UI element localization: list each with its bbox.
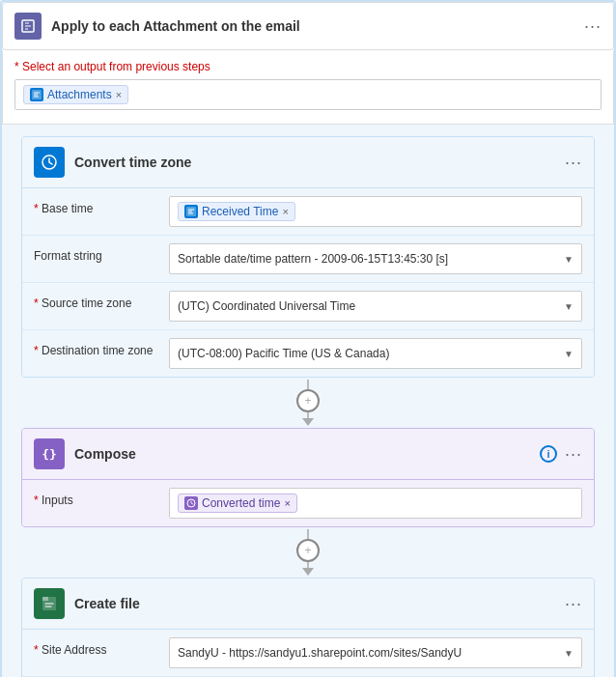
attachments-token-close[interactable]: × xyxy=(116,89,122,100)
received-time-icon xyxy=(184,205,198,218)
site-address-arrow: ▼ xyxy=(556,643,581,663)
connector-1: + xyxy=(2,378,614,428)
site-address-value: SandyU - https://sandyu1.sharepoint.com/… xyxy=(169,637,582,668)
format-string-input[interactable]: Sortable date/time pattern - 2009-06-15T… xyxy=(169,243,582,274)
apply-each-icon xyxy=(14,13,42,40)
source-timezone-row: * Source time zone (UTC) Coordinated Uni… xyxy=(22,283,594,330)
compose-card-header: {} Compose i ··· xyxy=(22,429,594,480)
inputs-label: * Inputs xyxy=(34,488,169,507)
connector-plus-icon-1: + xyxy=(304,394,311,408)
format-string-arrow: ▼ xyxy=(556,249,581,269)
compose-card-wrapper: {} Compose i ··· * Inputs xyxy=(2,428,614,527)
base-time-value: Received Time × xyxy=(169,196,582,227)
create-card-header: Create file ··· xyxy=(22,578,594,630)
dest-timezone-input[interactable]: (UTC-08:00) Pacific Time (US & Canada) ▼ xyxy=(169,338,582,369)
apply-each-menu[interactable]: ··· xyxy=(584,16,602,37)
source-timezone-arrow: ▼ xyxy=(556,296,581,317)
source-timezone-label: * Source time zone xyxy=(34,291,169,310)
converted-time-icon xyxy=(184,496,198,510)
convert-card-icon xyxy=(34,147,65,178)
converted-time-close[interactable]: × xyxy=(284,497,290,509)
dest-timezone-row: * Destination time zone (UTC-08:00) Paci… xyxy=(22,330,594,377)
create-card-wrapper: Create file ··· * Site Address SandyU - … xyxy=(2,578,614,677)
create-card-icon xyxy=(34,588,65,619)
format-string-text: Sortable date/time pattern - 2009-06-15T… xyxy=(170,247,556,270)
select-output-input[interactable]: Attachments × xyxy=(14,79,602,110)
connector-2: + xyxy=(2,527,614,578)
format-string-value: Sortable date/time pattern - 2009-06-15T… xyxy=(169,243,582,274)
select-output-area: * Select an output from previous steps A… xyxy=(2,50,614,125)
compose-icon-symbol: {} xyxy=(42,447,57,462)
connector-plus-2[interactable]: + xyxy=(296,539,320,562)
attachments-token-text: Attachments xyxy=(47,88,112,101)
compose-info-icon[interactable]: i xyxy=(540,445,557,463)
compose-card-menu[interactable]: ··· xyxy=(565,444,582,465)
inputs-value: Converted time × xyxy=(169,488,582,519)
connector-plus-icon-2: + xyxy=(304,544,311,557)
convert-card-wrapper: Convert time zone ··· * Base time xyxy=(2,125,614,378)
compose-card-title: Compose xyxy=(74,446,530,462)
source-timezone-value: (UTC) Coordinated Universal Time ▼ xyxy=(169,291,582,322)
dest-timezone-value: (UTC-08:00) Pacific Time (US & Canada) ▼ xyxy=(169,338,582,369)
attachments-token: Attachments × xyxy=(23,85,128,104)
page-wrapper: Apply to each Attachment on the email ··… xyxy=(0,0,616,677)
site-address-row: * Site Address SandyU - https://sandyu1.… xyxy=(22,630,594,677)
create-card-title: Create file xyxy=(74,596,555,611)
base-time-label: * Base time xyxy=(34,196,169,215)
connector-arrow-down-2 xyxy=(302,568,314,576)
converted-time-text: Converted time xyxy=(202,496,280,510)
dest-timezone-text: (UTC-08:00) Pacific Time (US & Canada) xyxy=(170,342,556,365)
received-time-close[interactable]: × xyxy=(282,206,288,217)
source-timezone-text: (UTC) Coordinated Universal Time xyxy=(170,295,556,318)
dest-timezone-arrow: ▼ xyxy=(556,344,581,364)
compose-card-icon: {} xyxy=(34,438,65,469)
convert-card-menu[interactable]: ··· xyxy=(565,153,582,173)
format-string-row: Format string Sortable date/time pattern… xyxy=(22,236,594,283)
base-time-input[interactable]: Received Time × xyxy=(169,196,582,227)
compose-card-actions: i ··· xyxy=(540,444,582,465)
base-time-row: * Base time Received Time × xyxy=(22,188,594,236)
compose-card: {} Compose i ··· * Inputs xyxy=(21,428,595,527)
site-address-label: * Site Address xyxy=(34,637,169,657)
attachments-token-icon xyxy=(30,88,43,101)
convert-card-title: Convert time zone xyxy=(74,155,555,170)
connector-line-1a xyxy=(307,380,309,389)
site-address-input[interactable]: SandyU - https://sandyu1.sharepoint.com/… xyxy=(169,637,582,668)
site-address-text: SandyU - https://sandyu1.sharepoint.com/… xyxy=(170,641,556,664)
format-string-label: Format string xyxy=(34,243,169,263)
inputs-row: * Inputs Converted time × xyxy=(22,480,594,526)
convert-card-header: Convert time zone ··· xyxy=(22,137,594,188)
apply-each-header: Apply to each Attachment on the email ··… xyxy=(2,2,614,50)
connector-arrow-down-1 xyxy=(302,418,314,426)
received-time-token: Received Time × xyxy=(178,202,295,221)
inputs-input[interactable]: Converted time × xyxy=(169,488,582,519)
connector-plus-1[interactable]: + xyxy=(296,389,320,412)
select-output-label: * Select an output from previous steps xyxy=(14,60,602,73)
connector-line-2a xyxy=(307,529,309,539)
received-time-text: Received Time xyxy=(202,205,278,218)
apply-each-title: Apply to each Attachment on the email xyxy=(51,18,574,34)
convert-time-zone-card: Convert time zone ··· * Base time xyxy=(21,136,595,378)
create-card-menu[interactable]: ··· xyxy=(565,594,582,614)
converted-time-token: Converted time × xyxy=(178,494,297,513)
create-file-card: Create file ··· * Site Address SandyU - … xyxy=(21,578,595,677)
dest-timezone-label: * Destination time zone xyxy=(34,338,169,357)
source-timezone-input[interactable]: (UTC) Coordinated Universal Time ▼ xyxy=(169,291,582,322)
